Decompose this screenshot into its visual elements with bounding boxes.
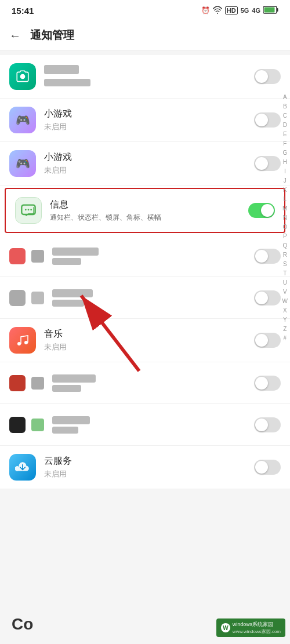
list-item-cloud: 云服务 未启用 bbox=[0, 446, 290, 489]
cloud-toggle[interactable] bbox=[254, 460, 281, 475]
list-item-blurred2 bbox=[0, 277, 290, 319]
svg-point-10 bbox=[24, 341, 28, 344]
camera-app-icon bbox=[9, 63, 36, 90]
svg-point-4 bbox=[20, 74, 26, 79]
watermark: W windows系统家园 www.windows家园.com bbox=[216, 618, 285, 637]
svg-rect-3 bbox=[264, 7, 275, 12]
blurred3-toggle[interactable] bbox=[254, 376, 281, 391]
blurred1-toggle[interactable] bbox=[254, 249, 281, 264]
game1-toggle[interactable] bbox=[254, 112, 281, 128]
game2-toggle[interactable] bbox=[254, 156, 281, 171]
co-text: Co bbox=[12, 615, 33, 634]
music-toggle[interactable] bbox=[254, 333, 281, 348]
alarm-icon: ⏰ bbox=[201, 6, 210, 14]
4g-badge: 4G bbox=[252, 7, 260, 14]
app-list: 🎮 小游戏 未启用 🎮 小游戏 未启用 bbox=[0, 55, 290, 489]
status-time: 15:41 bbox=[12, 6, 34, 16]
svg-point-9 bbox=[17, 342, 21, 345]
msg-toggle[interactable] bbox=[248, 203, 275, 218]
music-app-name: 音乐 bbox=[44, 328, 254, 340]
blurred3-info bbox=[52, 374, 254, 392]
svg-point-6 bbox=[25, 209, 27, 210]
camera-toggle[interactable] bbox=[254, 69, 281, 84]
camera-name-blurred bbox=[44, 65, 79, 74]
msg-app-info: 信息 通知栏、状态栏、锁屏、角标、横幅 bbox=[50, 199, 248, 223]
camera-app-info bbox=[44, 65, 254, 89]
cloud-app-name: 云服务 bbox=[44, 455, 254, 467]
svg-rect-2 bbox=[277, 8, 278, 12]
page-title: 通知管理 bbox=[30, 28, 74, 43]
music-app-info: 音乐 未启用 bbox=[44, 328, 254, 352]
list-item-camera bbox=[0, 55, 290, 99]
watermark-icon: W bbox=[221, 623, 230, 632]
music-app-icon bbox=[9, 327, 36, 354]
alphabet-sidebar[interactable]: A B C D E F G H I J K L M N O P Q R S T … bbox=[282, 93, 288, 343]
5g-badge: 5G bbox=[241, 7, 249, 14]
list-item-blurred3 bbox=[0, 362, 290, 404]
cloud-app-sub: 未启用 bbox=[44, 469, 254, 479]
list-item-messages: 信息 通知栏、状态栏、锁屏、角标、横幅 bbox=[5, 188, 285, 233]
watermark-text: windows系统家园 www.windows家园.com bbox=[233, 621, 281, 635]
svg-point-0 bbox=[217, 13, 218, 14]
msg-app-sub: 通知栏、状态栏、锁屏、角标、横幅 bbox=[50, 213, 248, 223]
cloud-app-icon bbox=[9, 454, 36, 481]
list-item-music: 音乐 未启用 bbox=[0, 319, 290, 362]
msg-app-icon bbox=[15, 197, 42, 224]
list-item-blurred4 bbox=[0, 404, 290, 446]
hd-badge: HD bbox=[225, 6, 238, 14]
msg-app-name: 信息 bbox=[50, 199, 248, 211]
game2-app-sub: 未启用 bbox=[44, 165, 254, 176]
page-header: ← 通知管理 bbox=[0, 21, 290, 50]
camera-sub-blurred bbox=[44, 79, 90, 86]
back-button[interactable]: ← bbox=[9, 29, 21, 42]
blurred1-info bbox=[52, 248, 254, 265]
game2-app-icon: 🎮 bbox=[9, 150, 36, 177]
music-app-sub: 未启用 bbox=[44, 342, 254, 352]
cloud-app-info: 云服务 未启用 bbox=[44, 455, 254, 479]
game1-app-sub: 未启用 bbox=[44, 122, 254, 132]
game2-app-name: 小游戏 bbox=[44, 151, 254, 163]
game1-app-info: 小游戏 未启用 bbox=[44, 108, 254, 132]
status-icons: ⏰ HD 5G 4G bbox=[201, 6, 278, 16]
blurred2-toggle[interactable] bbox=[254, 290, 281, 305]
list-item-game2: 🎮 小游戏 未启用 bbox=[0, 142, 290, 185]
wifi-icon bbox=[213, 6, 222, 16]
game1-app-name: 小游戏 bbox=[44, 108, 254, 120]
blurred4-toggle[interactable] bbox=[254, 417, 281, 432]
svg-point-8 bbox=[30, 209, 32, 210]
battery-icon bbox=[263, 6, 278, 16]
blurred2-info bbox=[52, 289, 254, 307]
list-item-blurred1 bbox=[0, 235, 290, 277]
game1-app-icon: 🎮 bbox=[9, 107, 36, 133]
blurred4-info bbox=[52, 416, 254, 434]
svg-point-7 bbox=[28, 209, 30, 210]
list-item-game1: 🎮 小游戏 未启用 bbox=[0, 99, 290, 142]
status-bar: 15:41 ⏰ HD 5G 4G bbox=[0, 0, 290, 21]
game2-app-info: 小游戏 未启用 bbox=[44, 151, 254, 176]
